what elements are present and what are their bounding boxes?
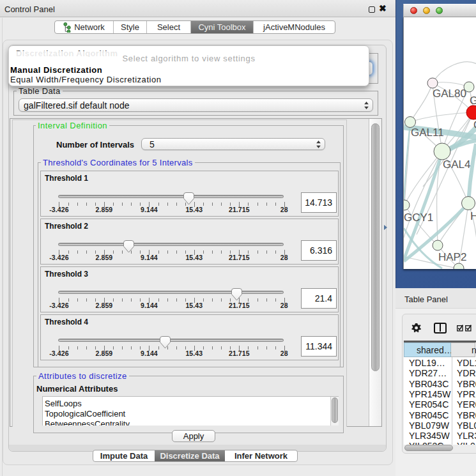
svg-text:H: H — [470, 210, 476, 222]
svg-text:C1: C1 — [473, 119, 476, 131]
svg-text:HAP2: HAP2 — [438, 251, 466, 263]
svg-text:GAL11: GAL11 — [411, 127, 444, 139]
svg-text:GAL80: GAL80 — [433, 88, 466, 100]
svg-text:GCY1: GCY1 — [404, 211, 433, 224]
svg-text:GA: GA — [470, 95, 476, 107]
svg-text:GAL4: GAL4 — [443, 158, 470, 171]
